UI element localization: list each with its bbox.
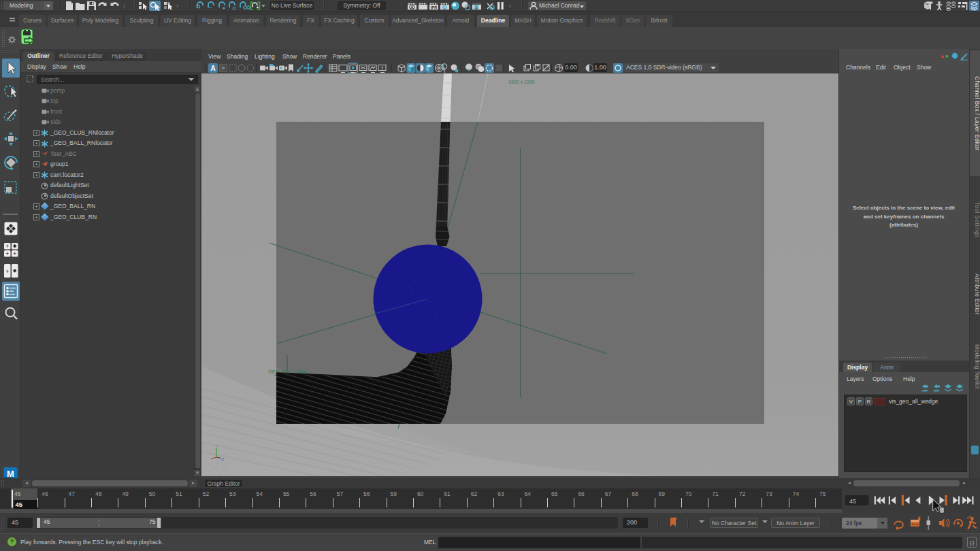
svg-text:z: z (222, 457, 224, 461)
svg-text:+: + (13, 250, 16, 257)
svg-text:M: M (7, 469, 14, 479)
svg-text:+: + (5, 243, 9, 250)
svg-text:+: + (5, 250, 9, 257)
svg-text:+: + (5, 268, 9, 275)
svg-text:IPR: IPR (431, 5, 437, 10)
svg-text:›: › (123, 3, 125, 10)
svg-text:A: A (210, 65, 215, 72)
svg-text:T: T (380, 65, 384, 71)
svg-text:›: › (509, 3, 511, 10)
svg-text:›: › (176, 3, 178, 10)
svg-text:Y: Y (215, 444, 218, 448)
svg-text:1920 x 1080: 1920 x 1080 (508, 80, 535, 84)
svg-text:45: 45 (849, 498, 856, 505)
